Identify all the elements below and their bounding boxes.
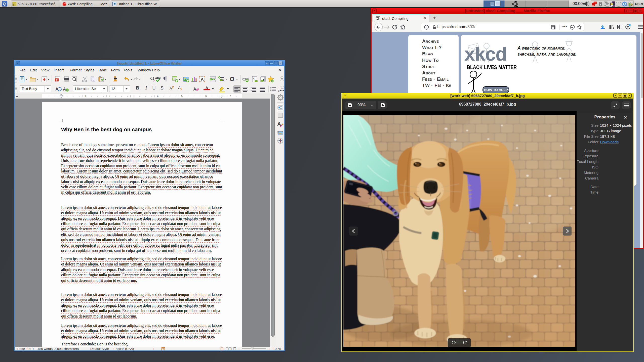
svg-text:A: A	[193, 87, 196, 92]
svg-text:2: 2	[109, 95, 110, 98]
svg-text:A: A	[201, 77, 204, 81]
svg-text:2: 2	[278, 90, 279, 92]
svg-text:1: 1	[85, 95, 86, 98]
svg-text:A: A	[63, 87, 66, 92]
svg-text:4: 4	[157, 95, 158, 98]
svg-text:1: 1	[253, 77, 255, 81]
svg-text:3: 3	[133, 95, 134, 98]
svg-text:abc: abc	[155, 76, 161, 80]
svg-text:5: 5	[181, 95, 183, 98]
svg-text:1: 1	[278, 86, 279, 89]
svg-text:A: A	[55, 87, 58, 92]
svg-text:7: 7	[229, 95, 231, 98]
svg-text:00: 00	[631, 5, 632, 6]
svg-text:Ω: Ω	[230, 76, 234, 82]
svg-text:xkcd: xkcd	[464, 43, 507, 65]
svg-text:6: 6	[205, 95, 207, 98]
